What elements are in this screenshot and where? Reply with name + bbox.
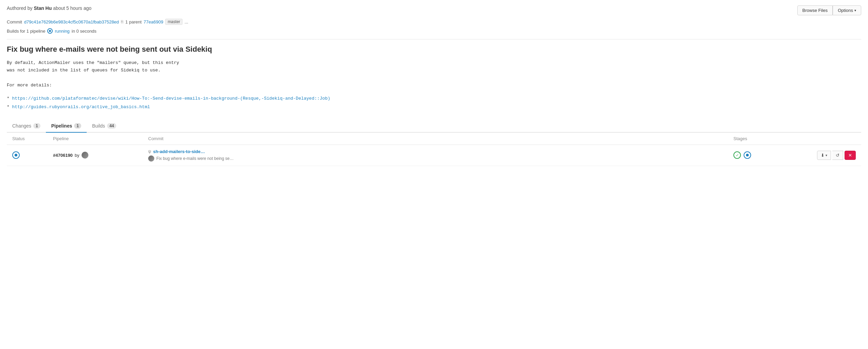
- author-line: Authored by Stan Hu about 5 hours ago: [7, 5, 91, 11]
- tab-changes-label: Changes: [12, 123, 31, 129]
- col-actions: [801, 136, 856, 141]
- commit-msg-row: Fix bug where e-mails were not being se…: [148, 155, 733, 162]
- author-prefix: Authored by: [7, 5, 34, 11]
- commit-link-2-row: * http://guides.rubyonrails.org/active_j…: [7, 103, 861, 112]
- commit-prefix: Commit: [7, 19, 22, 24]
- row-actions: ⬇ ▾ ↺ ✕: [801, 151, 856, 160]
- pipeline-running-icon: [47, 28, 53, 34]
- commit-hash-link[interactable]: d79c41e7629b6e983c4cf5c0670a1fbab37528ed: [24, 19, 119, 24]
- builds-prefix: Builds for 1 pipeline: [7, 29, 45, 34]
- download-button[interactable]: ⬇ ▾: [817, 151, 831, 160]
- stage-running-icon: [744, 151, 751, 159]
- download-chevron-icon: ▾: [826, 153, 827, 157]
- col-pipeline: Pipeline: [53, 136, 148, 141]
- builds-line: Builds for 1 pipeline running in 0 secon…: [7, 28, 861, 34]
- commit-msg-text: Fix bug where e-mails were not being se…: [156, 156, 233, 161]
- header-actions: Browse Files Options ▾: [797, 5, 861, 15]
- tab-builds-label: Builds: [92, 123, 105, 129]
- running-status-link[interactable]: running: [55, 29, 69, 34]
- cancel-icon: ✕: [848, 153, 852, 158]
- download-icon: ⬇: [821, 153, 824, 158]
- parent-hash-link[interactable]: 77ea6909: [144, 19, 163, 24]
- col-status: Status: [12, 136, 53, 141]
- retry-icon: ↺: [836, 153, 839, 158]
- tab-pipelines[interactable]: Pipelines 1: [46, 120, 87, 133]
- page-container: Authored by Stan Hu about 5 hours ago Br…: [0, 0, 868, 171]
- col-stages: Stages: [733, 136, 801, 141]
- header-row: Authored by Stan Hu about 5 hours ago Br…: [7, 5, 861, 15]
- row-stages: ✓: [733, 151, 801, 159]
- copy-icon[interactable]: ⎘: [121, 19, 123, 24]
- stage-success-icon: ✓: [733, 151, 741, 159]
- author-name: Stan Hu: [34, 5, 52, 11]
- branch-dots: ...: [185, 19, 188, 24]
- avatar: [82, 152, 88, 159]
- branch-badge: master: [165, 19, 183, 25]
- commit-avatar: [148, 155, 154, 162]
- commit-line: Commit d79c41e7629b6e983c4cf5c0670a1fbab…: [7, 19, 861, 25]
- tabs-container: Changes 1 Pipelines 1 Builds 44: [7, 120, 861, 133]
- commit-body: By default, ActionMailer uses the "maile…: [7, 59, 861, 89]
- commit-link-1[interactable]: https://github.com/plataformatec/devise/…: [12, 96, 330, 101]
- pipelines-table: Status Pipeline Commit Stages #4706190 b…: [7, 133, 861, 166]
- tab-builds[interactable]: Builds 44: [87, 120, 122, 133]
- options-button[interactable]: Options ▾: [833, 5, 861, 15]
- retry-button[interactable]: ↺: [832, 151, 843, 160]
- table-header: Status Pipeline Commit Stages: [7, 133, 861, 145]
- row-status: [12, 151, 53, 159]
- row-pipeline-id: #4706190 by: [53, 152, 148, 159]
- tab-builds-badge: 44: [107, 123, 116, 129]
- chevron-down-icon: ▾: [854, 9, 856, 12]
- commit-title: Fix bug where e-mails were not being sen…: [7, 45, 861, 54]
- commit-link-2[interactable]: http://guides.rubyonrails.org/active_job…: [12, 104, 150, 110]
- branch-name-link[interactable]: sh-add-mailers-to-side…: [153, 149, 205, 154]
- commit-branch-row: ψ sh-add-mailers-to-side…: [148, 149, 733, 154]
- tab-pipelines-label: Pipelines: [51, 123, 72, 129]
- pipeline-status-running-icon: [12, 151, 20, 159]
- pipeline-id-link[interactable]: #4706190: [53, 153, 73, 158]
- pipeline-by-label: by: [75, 153, 80, 158]
- table-row: #4706190 by ψ sh-add-mailers-to-side… Fi…: [7, 145, 861, 166]
- divider-1: [7, 39, 861, 39]
- parent-prefix: 1 parent: [125, 19, 142, 24]
- tab-pipelines-badge: 1: [74, 123, 81, 129]
- commit-links: * https://github.com/plataformatec/devis…: [7, 95, 861, 111]
- commit-link-1-row: * https://github.com/plataformatec/devis…: [7, 95, 861, 103]
- cancel-button[interactable]: ✕: [845, 151, 856, 160]
- options-label: Options: [838, 8, 853, 13]
- branch-icon: ψ: [148, 149, 151, 154]
- col-commit: Commit: [148, 136, 733, 141]
- tab-changes[interactable]: Changes 1: [7, 120, 46, 133]
- row-commit: ψ sh-add-mailers-to-side… Fix bug where …: [148, 149, 733, 162]
- browse-files-button[interactable]: Browse Files: [797, 5, 833, 15]
- builds-suffix: in 0 seconds: [72, 29, 97, 34]
- author-time: about 5 hours ago: [52, 5, 91, 11]
- tab-changes-badge: 1: [33, 123, 40, 129]
